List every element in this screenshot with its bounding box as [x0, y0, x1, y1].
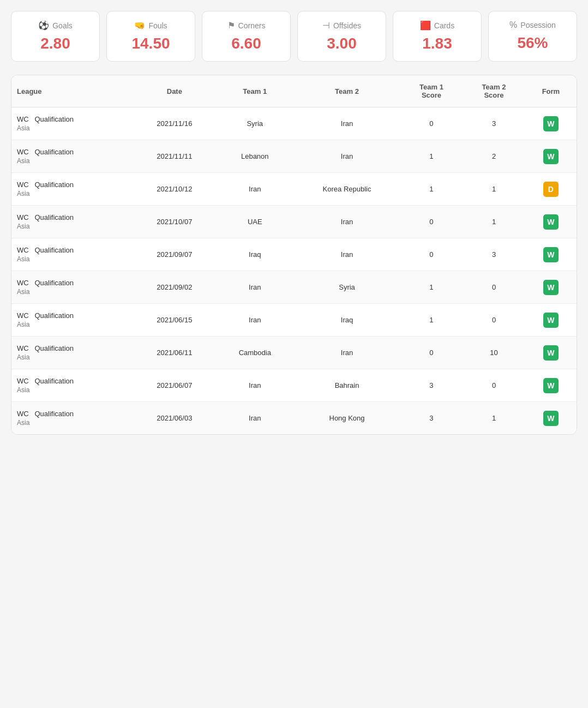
form-badge: W: [543, 345, 559, 361]
col-team2: Team 2: [293, 75, 400, 107]
score2-cell: 3: [463, 238, 525, 271]
league-sub: Asia: [17, 255, 128, 263]
col-score1: Team 1Score: [400, 75, 463, 107]
league-main: WC Qualification: [17, 344, 128, 352]
score1-cell: 3: [400, 402, 463, 435]
score1-cell: 0: [400, 238, 463, 271]
date-cell: 2021/09/02: [133, 271, 217, 304]
team1-cell: Iran: [216, 304, 293, 337]
team2-cell: Iran: [293, 206, 400, 238]
stat-label-fouls: Fouls: [148, 21, 167, 30]
team1-cell: Iran: [216, 369, 293, 402]
form-cell: W: [525, 107, 577, 140]
table-row[interactable]: WC Qualification Asia 2021/06/11 Cambodi…: [11, 337, 577, 369]
stats-row: ⚽ Goals 2.80 🤜 Fouls 14.50 ⚑ Corners 6.6…: [11, 11, 577, 62]
table-row[interactable]: WC Qualification Asia 2021/10/12 Iran Ko…: [11, 173, 577, 206]
stat-header-corners: ⚑ Corners: [227, 20, 266, 31]
score1-cell: 1: [400, 173, 463, 206]
score1-cell: 3: [400, 369, 463, 402]
form-badge: W: [543, 116, 559, 131]
team2-cell: Iran: [293, 107, 400, 140]
date-cell: 2021/06/11: [133, 337, 217, 369]
league-cell: WC Qualification Asia: [11, 304, 133, 337]
stat-header-offsides: ⊣ Offsides: [322, 20, 361, 31]
table-row[interactable]: WC Qualification Asia 2021/09/07 Iraq Ir…: [11, 238, 577, 271]
form-cell: W: [525, 238, 577, 271]
table-row[interactable]: WC Qualification Asia 2021/06/15 Iran Ir…: [11, 304, 577, 337]
col-league: League: [11, 75, 133, 107]
team1-cell: Iran: [216, 271, 293, 304]
col-score2: Team 2Score: [463, 75, 525, 107]
score2-cell: 1: [463, 206, 525, 238]
col-date: Date: [133, 75, 217, 107]
score2-cell: 2: [463, 140, 525, 173]
stat-label-goals: Goals: [52, 21, 73, 30]
league-main: WC Qualification: [17, 115, 128, 123]
team2-cell: Bahrain: [293, 369, 400, 402]
date-cell: 2021/10/12: [133, 173, 217, 206]
stat-card-cards: 🟥 Cards 1.83: [393, 11, 482, 62]
league-cell: WC Qualification Asia: [11, 337, 133, 369]
team2-cell: Syria: [293, 271, 400, 304]
score2-cell: 10: [463, 337, 525, 369]
league-sub: Asia: [17, 419, 128, 427]
form-cell: W: [525, 206, 577, 238]
league-sub: Asia: [17, 321, 128, 328]
stat-value-cards: 1.83: [422, 35, 452, 52]
stat-label-offsides: Offsides: [333, 21, 361, 30]
form-badge: W: [543, 149, 559, 164]
stat-card-corners: ⚑ Corners 6.60: [202, 11, 291, 62]
league-cell: WC Qualification Asia: [11, 369, 133, 402]
league-sub: Asia: [17, 288, 128, 296]
stat-label-possession: Posession: [520, 21, 556, 29]
form-badge: W: [543, 214, 559, 230]
form-cell: D: [525, 173, 577, 206]
league-cell: WC Qualification Asia: [11, 238, 133, 271]
score1-cell: 1: [400, 304, 463, 337]
table-row[interactable]: WC Qualification Asia 2021/10/07 UAE Ira…: [11, 206, 577, 238]
stat-header-possession: % Posession: [509, 20, 556, 30]
score1-cell: 0: [400, 337, 463, 369]
team2-cell: Iran: [293, 140, 400, 173]
league-sub: Asia: [17, 190, 128, 197]
league-sub: Asia: [17, 157, 128, 165]
stat-value-possession: 56%: [517, 34, 548, 52]
form-cell: W: [525, 304, 577, 337]
form-badge: D: [543, 182, 559, 197]
table-row[interactable]: WC Qualification Asia 2021/06/07 Iran Ba…: [11, 369, 577, 402]
stat-header-cards: 🟥 Cards: [420, 20, 454, 31]
stat-label-cards: Cards: [434, 21, 454, 30]
form-cell: W: [525, 140, 577, 173]
league-cell: WC Qualification Asia: [11, 271, 133, 304]
table-row[interactable]: WC Qualification Asia 2021/09/02 Iran Sy…: [11, 271, 577, 304]
team1-cell: Cambodia: [216, 337, 293, 369]
cards-icon: 🟥: [420, 20, 431, 31]
form-badge: W: [543, 378, 559, 393]
team2-cell: Iran: [293, 337, 400, 369]
team2-cell: Korea Republic: [293, 173, 400, 206]
date-cell: 2021/06/07: [133, 369, 217, 402]
league-cell: WC Qualification Asia: [11, 140, 133, 173]
form-badge: W: [543, 313, 559, 328]
form-badge: W: [543, 280, 559, 295]
form-cell: W: [525, 369, 577, 402]
stat-card-fouls: 🤜 Fouls 14.50: [106, 11, 195, 62]
date-cell: 2021/06/15: [133, 304, 217, 337]
league-sub: Asia: [17, 124, 128, 132]
score1-cell: 1: [400, 271, 463, 304]
offsides-icon: ⊣: [322, 20, 330, 31]
league-sub: Asia: [17, 353, 128, 361]
table-row[interactable]: WC Qualification Asia 2021/06/03 Iran Ho…: [11, 402, 577, 435]
team1-cell: UAE: [216, 206, 293, 238]
date-cell: 2021/06/03: [133, 402, 217, 435]
table-row[interactable]: WC Qualification Asia 2021/11/11 Lebanon…: [11, 140, 577, 173]
stat-card-goals: ⚽ Goals 2.80: [11, 11, 100, 62]
team1-cell: Lebanon: [216, 140, 293, 173]
form-cell: W: [525, 271, 577, 304]
col-team1: Team 1: [216, 75, 293, 107]
table-row[interactable]: WC Qualification Asia 2021/11/16 Syria I…: [11, 107, 577, 140]
date-cell: 2021/11/11: [133, 140, 217, 173]
league-main: WC Qualification: [17, 377, 128, 385]
league-sub: Asia: [17, 223, 128, 230]
possession-icon: %: [509, 20, 517, 30]
